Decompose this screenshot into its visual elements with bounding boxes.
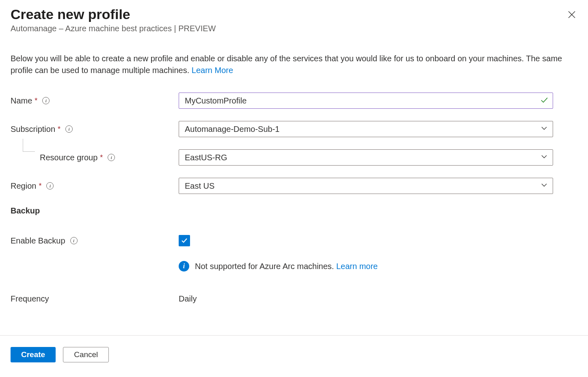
close-icon	[567, 10, 576, 19]
info-icon[interactable]: i	[108, 154, 115, 161]
enable-backup-checkbox[interactable]	[179, 235, 190, 246]
required-indicator: *	[35, 97, 37, 105]
required-indicator: *	[100, 153, 103, 162]
required-indicator: *	[39, 182, 41, 190]
region-label: Region	[11, 181, 36, 191]
frequency-label: Frequency	[11, 294, 49, 304]
name-label: Name	[11, 96, 32, 106]
enable-backup-label: Enable Backup	[11, 236, 65, 246]
cancel-button[interactable]: Cancel	[63, 347, 109, 362]
chevron-down-icon	[540, 125, 548, 134]
backup-notice: Not supported for Azure Arc machines. Le…	[195, 262, 378, 271]
region-select[interactable]: East US	[179, 178, 553, 194]
info-circle-icon: i	[179, 261, 189, 271]
resource-group-value: EastUS-RG	[185, 153, 227, 162]
check-icon	[181, 237, 188, 244]
resource-group-select[interactable]: EastUS-RG	[179, 149, 553, 166]
name-input[interactable]	[179, 93, 553, 109]
backup-notice-text: Not supported for Azure Arc machines.	[195, 262, 336, 271]
info-icon[interactable]: i	[70, 237, 78, 244]
required-indicator: *	[58, 125, 61, 134]
backup-learn-more-link[interactable]: Learn more	[336, 262, 378, 271]
valid-check-icon	[540, 96, 548, 106]
chevron-down-icon	[540, 153, 548, 162]
intro-text: Below you will be able to create a new p…	[11, 53, 563, 76]
learn-more-link[interactable]: Learn More	[192, 66, 233, 75]
subscription-select[interactable]: Automanage-Demo-Sub-1	[179, 121, 553, 137]
create-button[interactable]: Create	[11, 347, 56, 362]
region-value: East US	[185, 181, 214, 191]
page-title: Create new profile	[11, 6, 577, 22]
resource-group-label: Resource group	[40, 153, 97, 162]
intro-body: Below you will be able to create a new p…	[11, 54, 562, 75]
info-icon[interactable]: i	[46, 182, 54, 190]
tree-connector	[23, 139, 35, 152]
subscription-value: Automanage-Demo-Sub-1	[185, 125, 279, 134]
close-button[interactable]	[566, 9, 577, 20]
frequency-value: Daily	[179, 294, 197, 303]
subscription-label: Subscription	[11, 125, 55, 134]
info-icon[interactable]: i	[65, 125, 73, 133]
chevron-down-icon	[540, 181, 548, 191]
info-icon[interactable]: i	[42, 97, 50, 104]
backup-section-title: Backup	[11, 206, 577, 215]
page-subtitle: Automanage – Azure machine best practice…	[11, 24, 577, 33]
